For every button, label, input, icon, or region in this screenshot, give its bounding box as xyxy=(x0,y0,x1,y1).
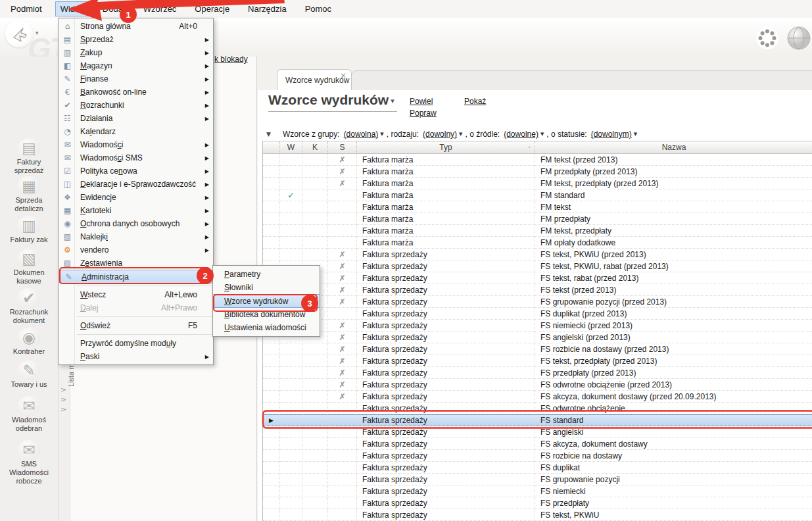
menu-item-polityka-cenowa[interactable]: ☑Polityka cenowa▶ xyxy=(59,164,213,178)
filter-funnel-icon[interactable]: ▼ xyxy=(266,131,271,137)
sidebar-module-kontraher[interactable]: ◉Kontraher xyxy=(0,328,58,356)
tree-chevron-icon[interactable]: > xyxy=(60,395,66,404)
sidebar-module-rozrachunk-dokument[interactable]: ✔Rozrachunkdokument xyxy=(0,288,58,325)
template-row[interactable]: Faktura sprzedażyFS rozbicie na dostawy xyxy=(263,450,812,462)
spinner-icon[interactable] xyxy=(755,26,780,51)
menu-item-administracja[interactable]: ✎Administracja▶ xyxy=(59,270,212,284)
filter-link-dowolnym[interactable]: (dowolnym) xyxy=(591,130,632,139)
powiel-link[interactable]: Powiel xyxy=(410,97,437,106)
template-row[interactable]: ✗Faktura sprzedażyFS tekst, przedpłaty (… xyxy=(263,355,812,367)
menubar-item-wzorzec[interactable]: Wzorzec xyxy=(138,1,182,16)
template-row[interactable]: Faktura sprzedażyFS duplikat xyxy=(263,462,812,474)
template-row[interactable]: Faktura sprzedażyFS angielski xyxy=(263,426,812,438)
template-row[interactable]: Faktura sprzedażyFS niemiecki xyxy=(263,485,812,497)
menu-item-kartoteki[interactable]: ▦Kartoteki▶ xyxy=(59,204,213,217)
pokaz-link[interactable]: Pokaż xyxy=(464,97,486,106)
template-row[interactable]: Faktura marżaFM opłaty dodatkowe xyxy=(263,237,812,249)
menu-item-odśwież[interactable]: OdświeżF5 xyxy=(59,319,213,332)
menu-item-wiadomości[interactable]: ✉Wiadomości▶ xyxy=(59,138,213,151)
submenu-item-wzorce-wydruków[interactable]: Wzorce wydruków xyxy=(213,294,320,308)
menu-item-magazyn[interactable]: ◧Magazyn▶ xyxy=(59,59,213,72)
tab-wzorce-wydrukow[interactable]: Wzorce wydruków × xyxy=(277,69,352,91)
menu-item-strona-główna[interactable]: ⌂Strona głównaAlt+0 xyxy=(59,20,213,33)
table-header-col-typ[interactable]: Typ▵ xyxy=(357,141,535,153)
template-row[interactable]: ✗Faktura sprzedażyFS tekst, rabat (przed… xyxy=(263,272,812,284)
tree-chevron-icon[interactable]: > xyxy=(60,385,66,394)
menu-item-finanse[interactable]: ✎Finanse▶ xyxy=(59,72,213,86)
template-row[interactable]: Faktura sprzedażyFS duplikat (przed 2013… xyxy=(263,308,812,320)
table-header-col-s[interactable]: S xyxy=(328,141,357,153)
filter-link-dowolny[interactable]: (dowolny) xyxy=(423,130,457,139)
filter-link-dowolna[interactable]: (dowolna) xyxy=(344,130,379,139)
template-row[interactable]: ✗Faktura sprzedażyFS tekst, PKWiU, rabat… xyxy=(263,260,812,272)
submenu-item-ustawienia-wiadomości[interactable]: Ustawienia wiadomości xyxy=(213,321,320,334)
template-row[interactable]: Faktura sprzedażyFS akcyza, dokument dos… xyxy=(263,438,812,450)
sidebar-module-faktury-sprzedaż[interactable]: ▤Fakturysprzedaż xyxy=(0,138,58,175)
template-row[interactable]: Faktura sprzedażyFS odwrotne obciążenie xyxy=(263,403,812,414)
tree-chevron-icon[interactable]: > xyxy=(60,405,66,414)
menu-item-dalej[interactable]: DalejAlt+Prawo xyxy=(59,301,213,314)
template-row[interactable]: ✗Faktura sprzedażyFS przedpłaty (przed 2… xyxy=(263,367,812,379)
menu-item-sprzedaż[interactable]: ▤Sprzedaż▶ xyxy=(59,33,213,46)
template-row[interactable]: ✗Faktura sprzedażyFS akcyza, dokument do… xyxy=(263,391,812,403)
menubar-item-operacje[interactable]: Operacje xyxy=(189,1,235,16)
template-row[interactable]: Faktura marżaFM tekst, przedpłaty xyxy=(263,225,812,237)
sidebar-module-towary-i-us[interactable]: ✎Towary i us xyxy=(0,360,58,389)
menu-item-vendero[interactable]: ⚙vendero▶ xyxy=(59,243,213,257)
navigation-button[interactable] xyxy=(5,20,33,47)
menu-item-rozrachunki[interactable]: ✔Rozrachunki▶ xyxy=(59,99,213,112)
template-row[interactable]: ✗Faktura sprzedażyFS niemiecki (przed 20… xyxy=(263,320,812,332)
template-row[interactable]: ▶Faktura sprzedażyFS standard xyxy=(263,414,812,426)
submenu-item-biblioteka-dokumentów[interactable]: Biblioteka dokumentów xyxy=(213,308,320,321)
table-header-col-indicator[interactable] xyxy=(263,141,280,153)
template-row[interactable]: Faktura marżaFM przedpłaty xyxy=(263,213,812,225)
menubar-item-dodaj[interactable]: Dodaj xyxy=(97,1,130,16)
menu-item-zestawienia[interactable]: ▨Zestawienia xyxy=(59,257,213,270)
table-header-col-k[interactable]: K xyxy=(302,141,328,153)
nav-dropdown-arrow-icon[interactable]: ▾ xyxy=(36,30,39,36)
menubar-item-pomoc[interactable]: Pomoc xyxy=(300,1,337,16)
menu-item-paski[interactable]: Paski▶ xyxy=(59,350,213,363)
submenu-item-parametry[interactable]: Parametry xyxy=(213,268,320,281)
menu-item-wstecz[interactable]: WsteczAlt+Lewo xyxy=(59,288,213,301)
filter-link-dowolne[interactable]: (dowolne) xyxy=(504,130,538,139)
menu-item-przywróć-domyślne-moduły[interactable]: Przywróć domyślne moduły xyxy=(59,337,213,350)
filter-dropdown-arrow-icon[interactable]: ▼ xyxy=(380,132,383,137)
table-header-col-nazwa[interactable]: Nazwa xyxy=(535,141,812,153)
sidebar-module-wiadomoś-odebran[interactable]: ✉Wiadomośodebran xyxy=(0,396,58,433)
template-row[interactable]: ✗Faktura marżaFM tekst, przedpłaty (prze… xyxy=(263,178,812,189)
filter-dropdown-arrow-icon[interactable]: ▼ xyxy=(459,132,462,137)
template-row[interactable]: ✗Faktura sprzedażyFS tekst (przed 2013) xyxy=(263,284,812,296)
globe-icon[interactable] xyxy=(786,26,811,51)
menu-item-ewidencje[interactable]: ❖Ewidencje▶ xyxy=(59,191,213,204)
menu-item-naklejki[interactable]: ▧Naklejki▶ xyxy=(59,230,213,243)
table-header-col-w[interactable]: W xyxy=(280,141,302,153)
template-row[interactable]: ✗Faktura sprzedażyFS grupowanie pozycji … xyxy=(263,296,812,308)
template-row[interactable]: Faktura sprzedażyFS tekst, PKWiU xyxy=(263,509,812,521)
template-row[interactable]: ✗Faktura sprzedażyFS odwrotne obciążenie… xyxy=(263,379,812,391)
menu-item-kalendarz[interactable]: ◔Kalendarz xyxy=(59,125,213,138)
tab-close-icon[interactable]: × xyxy=(340,71,346,80)
template-row[interactable]: ✗Faktura sprzedażyFS angielski (przed 20… xyxy=(263,332,812,343)
filter-dropdown-arrow-icon[interactable]: ▼ xyxy=(540,132,544,137)
template-row[interactable]: Faktura sprzedażyFS przedpłaty xyxy=(263,497,812,509)
page-title[interactable]: Wzorce wydruków▾ xyxy=(268,92,397,112)
sidebar-module-sms-wiadomości-robocze[interactable]: ✉SMSWiadomościrobocze xyxy=(0,440,58,485)
template-row[interactable]: ✗Faktura sprzedażyFS tekst, PKWiU (przed… xyxy=(263,249,812,260)
template-row[interactable]: Faktura sprzedażyFS grupowanie pozycji xyxy=(263,474,812,485)
popraw-link[interactable]: Popraw xyxy=(410,109,437,118)
template-row[interactable]: ✓Faktura marżaFM standard xyxy=(263,189,812,201)
blokady-link[interactable]: k blokady xyxy=(214,55,248,64)
sidebar-module-sprzeda-detaliczn[interactable]: ▦Sprzedadetaliczn xyxy=(0,176,58,213)
template-row[interactable]: ✗Faktura marżaFM przedpłaty (przed 2013) xyxy=(263,166,812,178)
template-row[interactable]: ✗Faktura sprzedażyFS rozbicie na dostawy… xyxy=(263,343,812,355)
menu-item-ochrona-danych-osobowych[interactable]: ◉Ochrona danych osobowych▶ xyxy=(59,217,213,230)
menu-item-bankowość-on-line[interactable]: €Bankowość on-line▶ xyxy=(59,86,213,99)
menu-item-działania[interactable]: ☷Działania▶ xyxy=(59,112,213,125)
menu-item-zakup[interactable]: ▥Zakup▶ xyxy=(59,46,213,59)
menu-item-wiadomości-sms[interactable]: ✉Wiadomości SMS▶ xyxy=(59,151,213,164)
menubar-item-narzedzia[interactable]: Narzędzia xyxy=(243,1,292,16)
filter-dropdown-arrow-icon[interactable]: ▼ xyxy=(634,132,637,137)
template-row[interactable]: ✗Faktura marżaFM tekst (przed 2013) xyxy=(263,154,812,166)
submenu-item-słowniki[interactable]: Słowniki xyxy=(213,281,320,294)
